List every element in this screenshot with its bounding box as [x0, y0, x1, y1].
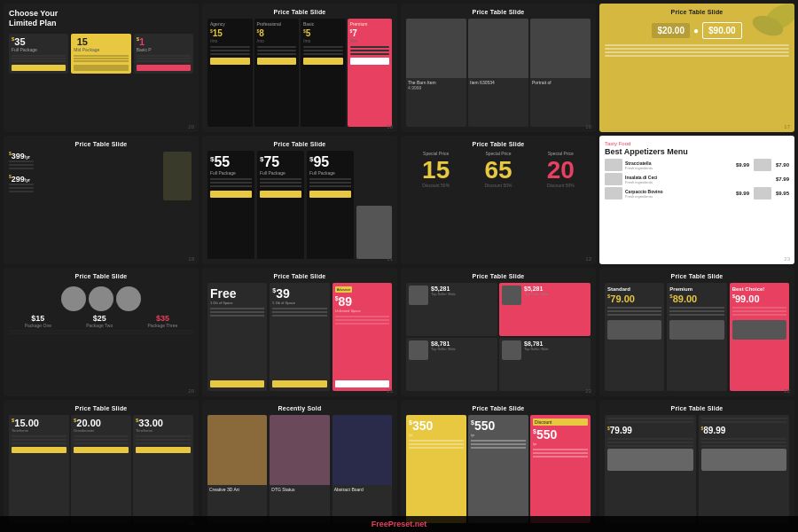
slide-6: Price Table Slide $55 Full Package $75 F…: [202, 136, 397, 264]
slide-1-price-3: $1: [137, 36, 191, 47]
slide-13-title: Price Table Slide: [9, 405, 193, 411]
slide-3-card-1: The Barn Item 4.9999: [406, 19, 466, 127]
slide-10-number: 23: [387, 388, 393, 394]
slide-11-item-4: $8,781 Top Seller Slide: [499, 338, 591, 391]
slide-4-price-1: $20.00: [652, 23, 690, 38]
slide-11-item-1: $5,281 Top Seller Slide: [406, 283, 497, 336]
slide-9-circles: [9, 286, 193, 311]
slide-16: Price Table Slide $79.99 $89.99: [599, 400, 794, 528]
slide-6-image: [356, 206, 392, 259]
slide-8-item-3: Carpaccio Bovino Fresh ingredients $9.99…: [605, 187, 789, 200]
slide-16-col-2: $89.99: [699, 415, 790, 523]
slide-10: Price Table Slide Free 1 Gb of Space $39…: [202, 268, 397, 396]
slide-1-card-1: $35 Full Package: [9, 34, 68, 74]
slide-3-card-2: Item 630534: [468, 19, 528, 127]
slide-2-number: 18: [387, 124, 393, 129]
slide-16-cols: $79.99 $89.99: [605, 415, 789, 523]
slide-1-title: Choose YourLimited Plan: [9, 9, 193, 28]
slide-7-number: 12: [585, 256, 591, 262]
slide-3: Price Table Slide The Barn Item 4.9999 I…: [401, 4, 596, 132]
slide-8-img-1b: [754, 159, 771, 171]
slide-9-sub-1: [9, 330, 193, 334]
slide-grid: Choose YourLimited Plan $35 Full Package…: [4, 4, 794, 528]
slide-3-img-1: [406, 19, 466, 78]
slide-11-col-1: $5,281 Top Seller Slide $8,781 Top Selle…: [406, 283, 497, 391]
slide-5: Price Table Slide $399/yr $299/yr: [4, 136, 199, 264]
slide-11-img-3: [502, 286, 521, 305]
slide-8-number: 23: [784, 256, 790, 262]
slide-11-title: Price Table Slide: [406, 273, 591, 279]
slide-4-price-2: $90.00: [702, 22, 742, 39]
slide-9-circle-1: [61, 286, 86, 311]
slide-2-col-3: Basic $5 /mo: [301, 19, 346, 127]
slide-12: Price Table Slide Standard $79.00 Premiu…: [599, 268, 794, 396]
slide-3-img-3: [530, 19, 591, 78]
slide-3-title: Price Table Slide: [406, 9, 591, 15]
slide-1-price-1: $35: [12, 36, 66, 47]
slide-8-img-1: [605, 159, 622, 171]
slide-11-item-3: $5,281 Top Seller Slide: [499, 283, 591, 336]
slide-12-plan-2: Premium $89.00: [667, 283, 726, 391]
slide-4-number: 17: [784, 124, 790, 129]
slide-2-col-4: Premium $7 /mo: [348, 19, 393, 127]
slide-16-img-2: [701, 449, 787, 471]
slide-12-cols: Standard $79.00 Premium $89.00 Best Choi…: [605, 283, 789, 391]
slide-3-card-3: Portrait of: [530, 19, 591, 127]
slide-11-item-2: $8,781 Top Seller Slide: [406, 338, 497, 391]
slide-6-cols: $55 Full Package $75 Full Package $95 Fu…: [207, 151, 392, 259]
slide-7-cols: Special Price 15 Discount 50% Special Pr…: [406, 151, 591, 259]
slide-4: Price Table Slide $20.00 ● $90.00 17: [599, 4, 794, 132]
slide-14-col-3: Abstract Board: [332, 415, 392, 523]
slide-8-img-3: [605, 187, 622, 200]
slide-8: Tasty Food Best Appetizers Menu Straccia…: [599, 136, 794, 264]
slide-16-img-1: [607, 449, 693, 471]
slide-9-circle-2: [89, 286, 113, 311]
slide-9-title: Price Table Slide: [9, 273, 193, 279]
slide-12-img-2: [669, 320, 724, 340]
slide-5-title: Price Table Slide: [9, 141, 193, 147]
slide-1-label-1: Full Package: [12, 47, 66, 52]
slide-1-card-3: $1 Basic P: [134, 34, 193, 74]
slide-3-img-2: [468, 19, 528, 78]
watermark-text: FreePreset: [372, 520, 413, 528]
slide-8-item-2: Insalata di Ceci Fresh ingredients $7.99: [605, 173, 789, 185]
slide-2-title: Price Table Slide: [207, 9, 392, 15]
slide-7-title: Price Table Slide: [406, 141, 591, 147]
slide-11-number: 22: [585, 388, 591, 394]
slide-11-img-2: [409, 340, 428, 360]
slide-9: Price Table Slide $15 Package One $25 Pa…: [4, 268, 199, 396]
slide-2: Price Table Slide Agency $15 /mo Profess…: [202, 4, 397, 132]
slide-3-row: The Barn Item 4.9999 Item 630534 Portrai…: [406, 19, 591, 127]
slide-11-img-1: [409, 286, 428, 305]
slide-8-menu-rows: Stracciatella Fresh ingredients $9.99 $7…: [605, 159, 789, 200]
slide-2-col-2: Professional $8 /mo: [254, 19, 300, 127]
slide-9-price-1: $15 Package One: [25, 314, 51, 328]
slide-15: Price Table Slide $350 /yr $550 /yr Disc…: [401, 400, 596, 528]
slide-9-price-3: $35 Package Three: [147, 314, 177, 328]
slide-12-number: 22: [784, 388, 790, 394]
slide-15-col-1: $350 /yr: [406, 415, 466, 523]
slide-12-img-3: [732, 320, 786, 340]
slide-6-col-2: $75 Full Package: [257, 151, 304, 259]
slide-9-number: 20: [188, 388, 194, 394]
slide-10-cards: Free 1 Gb of Space $39 5 Gb of Space Adv…: [207, 283, 392, 391]
slide-15-col-2: $550 /yr: [468, 415, 528, 523]
slide-12-title: Price Table Slide: [605, 273, 789, 279]
slide-6-title: Price Table Slide: [207, 141, 392, 147]
slide-11: Price Table Slide $5,281 Top Seller Slid…: [401, 268, 596, 396]
slide-13-price-2: $20.00 Grandmaster: [71, 415, 131, 523]
slide-8-brand: Tasty Food: [605, 141, 789, 146]
slide-14-img-3: [332, 415, 392, 485]
slide-13-row: $15.00 Timeframe $20.00 Grandmaster $33.…: [9, 415, 193, 523]
slide-6-number: 11: [387, 256, 393, 262]
slide-7-col-1: Special Price 15 Discount 50%: [406, 151, 466, 259]
slide-11-rows: $5,281 Top Seller Slide $8,781 Top Selle…: [406, 283, 591, 391]
slide-10-card-3: Advance $89 Unlimited Space: [332, 283, 392, 391]
slide-13-price-3: $33.00 Timeframe: [133, 415, 193, 523]
slide-9-price-2: $25 Package Two: [86, 314, 113, 328]
slide-6-col-3: $95 Full Package: [307, 151, 354, 259]
slide-1: Choose YourLimited Plan $35 Full Package…: [4, 4, 199, 132]
slide-15-cols: $350 /yr $550 /yr Discount $550 /yr: [406, 415, 591, 523]
slide-14-img-1: [207, 415, 267, 485]
slide-8-item-1: Stracciatella Fresh ingredients $9.99 $7…: [605, 159, 789, 171]
